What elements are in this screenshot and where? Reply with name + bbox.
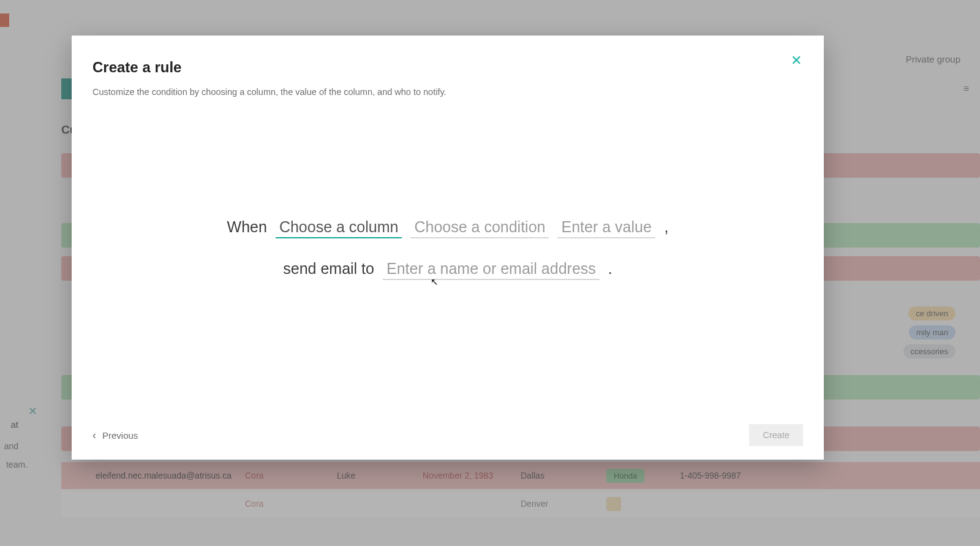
previous-label: Previous [102, 430, 138, 441]
send-email-label: send email to [283, 260, 374, 278]
create-button[interactable]: Create [749, 424, 803, 446]
when-label: When [227, 218, 267, 236]
rule-sentence: When Choose a column Choose a condition … [72, 36, 824, 460]
previous-button[interactable]: ‹ Previous [92, 429, 138, 442]
condition-picker[interactable]: Choose a condition [410, 215, 549, 238]
column-picker[interactable]: Choose a column [276, 215, 402, 238]
recipient-input[interactable]: Enter a name or email address [383, 257, 600, 280]
chevron-left-icon: ‹ [92, 429, 96, 442]
comma: , [664, 218, 668, 236]
period: . [608, 260, 612, 278]
create-rule-dialog: ✕ Create a rule Customize the condition … [72, 36, 824, 460]
value-input[interactable]: Enter a value [557, 215, 655, 238]
